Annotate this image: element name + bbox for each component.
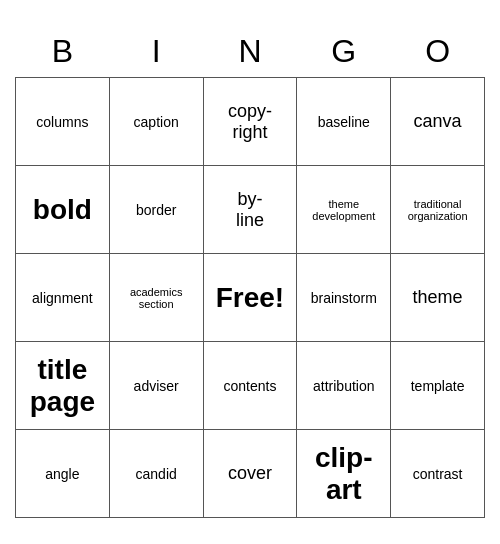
bingo-cell: by-line [203,166,297,254]
bingo-letter: O [391,26,485,78]
bingo-cell: contrast [391,430,485,518]
bingo-cell: traditionalorganization [391,166,485,254]
bingo-cell: alignment [16,254,110,342]
bingo-cell: clip-art [297,430,391,518]
bingo-cell: brainstorm [297,254,391,342]
bingo-cell: caption [109,78,203,166]
bingo-cell: angle [16,430,110,518]
bingo-cell: adviser [109,342,203,430]
bingo-cell: columns [16,78,110,166]
bingo-cell: candid [109,430,203,518]
bingo-card: BINGO columnscaptioncopy-rightbaselineca… [15,26,485,519]
bingo-cell: themedevelopment [297,166,391,254]
bingo-cell: baseline [297,78,391,166]
bingo-cell: border [109,166,203,254]
bingo-letter: I [109,26,203,78]
bingo-cell: canva [391,78,485,166]
bingo-cell: attribution [297,342,391,430]
bingo-letter: G [297,26,391,78]
bingo-cell: contents [203,342,297,430]
bingo-cell: academicssection [109,254,203,342]
bingo-cell: cover [203,430,297,518]
bingo-cell: bold [16,166,110,254]
bingo-cell: theme [391,254,485,342]
bingo-cell: titlepage [16,342,110,430]
bingo-cell: Free! [203,254,297,342]
bingo-cell: copy-right [203,78,297,166]
bingo-letter: N [203,26,297,78]
bingo-letter: B [16,26,110,78]
bingo-cell: template [391,342,485,430]
